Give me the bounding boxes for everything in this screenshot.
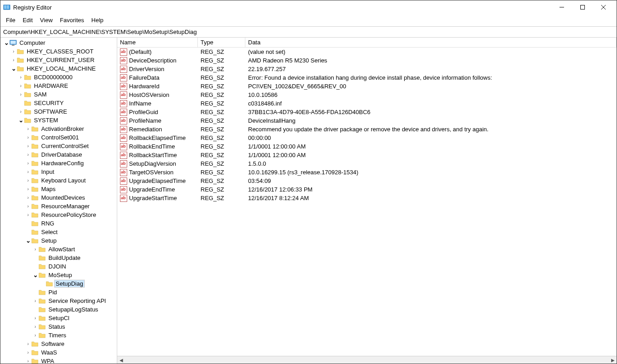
value-row[interactable]: DeviceDescriptionREG_SZAMD Radeon R5 M23… <box>117 56 617 65</box>
tree-item[interactable]: ›Input <box>1 168 117 176</box>
chevron-right-icon[interactable]: › <box>10 57 17 62</box>
chevron-right-icon[interactable]: › <box>32 316 38 321</box>
chevron-right-icon[interactable]: › <box>18 75 24 80</box>
chevron-right-icon[interactable]: › <box>25 195 31 200</box>
menu-help[interactable]: Help <box>88 15 107 25</box>
addressbar[interactable]: Computer\HKEY_LOCAL_MACHINE\SYSTEM\Setup… <box>0 27 617 38</box>
value-row[interactable]: HardwareIdREG_SZPCI\VEN_1002&DEV_6665&RE… <box>117 82 617 91</box>
chevron-right-icon[interactable]: › <box>10 49 17 54</box>
chevron-right-icon[interactable]: › <box>25 350 31 355</box>
value-row[interactable]: ProfileGuidREG_SZ37BB1C3A-4D79-40E8-A556… <box>117 108 617 116</box>
tree-item[interactable]: ›Service Reporting API <box>1 297 117 305</box>
tree-item[interactable]: ›CurrentControlSet <box>1 142 117 150</box>
chevron-right-icon[interactable]: › <box>18 109 24 114</box>
value-row[interactable]: InfNameREG_SZc0318486.inf <box>117 99 617 108</box>
chevron-right-icon[interactable]: › <box>25 178 31 183</box>
values-list[interactable]: (Default)REG_SZ(value not set)DeviceDesc… <box>117 48 617 356</box>
chevron-right-icon[interactable]: › <box>25 161 31 166</box>
horizontal-scrollbar[interactable]: ◀ ▶ <box>117 356 617 364</box>
tree-item[interactable]: RNG <box>1 219 117 228</box>
tree-item[interactable]: ›WPA <box>1 357 117 364</box>
tree-item[interactable]: ›ResourcePolicyStore <box>1 211 117 219</box>
value-row[interactable]: RemediationREG_SZRecommend you update th… <box>117 125 617 134</box>
chevron-right-icon[interactable]: › <box>18 83 24 88</box>
column-header-type[interactable]: Type <box>198 38 245 47</box>
chevron-right-icon[interactable]: › <box>32 333 38 338</box>
value-row[interactable]: ProfileNameREG_SZDeviceInstallHang <box>117 116 617 125</box>
tree-item[interactable]: ›SAM <box>1 90 117 99</box>
menu-file[interactable]: File <box>2 15 19 25</box>
chevron-down-icon[interactable]: ⌄ <box>3 39 10 46</box>
chevron-right-icon[interactable]: › <box>25 359 31 364</box>
tree-item[interactable]: ›DriverDatabase <box>1 150 117 159</box>
chevron-right-icon[interactable]: › <box>32 247 38 252</box>
tree-item[interactable]: ›WaaS <box>1 348 117 357</box>
value-row[interactable]: DriverVersionREG_SZ22.19.677.257 <box>117 65 617 73</box>
chevron-right-icon[interactable]: › <box>25 135 31 140</box>
value-row[interactable]: HostOSVersionREG_SZ10.0.10586 <box>117 91 617 99</box>
tree-item[interactable]: BuildUpdate <box>1 254 117 262</box>
tree-item[interactable]: ⌄SYSTEM <box>1 116 117 125</box>
chevron-right-icon[interactable]: › <box>25 169 31 174</box>
scroll-track[interactable] <box>125 356 609 364</box>
chevron-right-icon[interactable]: › <box>25 204 31 209</box>
column-header-name[interactable]: Name <box>117 38 198 47</box>
tree-item[interactable]: ›Keyboard Layout <box>1 176 117 185</box>
chevron-right-icon[interactable]: › <box>25 341 31 346</box>
tree-item[interactable]: ›ResourceManager <box>1 202 117 211</box>
value-row[interactable]: UpgradeStartTimeREG_SZ12/16/2017 8:12:24… <box>117 194 617 202</box>
tree-item[interactable]: Select <box>1 228 117 236</box>
tree-item[interactable]: ›ActivationBroker <box>1 125 117 133</box>
column-header-data[interactable]: Data <box>245 38 617 47</box>
tree-item[interactable]: ›BCD00000000 <box>1 73 117 81</box>
tree-item[interactable]: ›Timers <box>1 331 117 340</box>
value-row[interactable]: UpgradeElapsedTimeREG_SZ03:54:09 <box>117 177 617 185</box>
scroll-left-button[interactable]: ◀ <box>117 356 125 364</box>
tree-item[interactable]: Pid <box>1 288 117 297</box>
tree-item[interactable]: ›ControlSet001 <box>1 133 117 142</box>
close-button[interactable] <box>593 0 614 14</box>
minimize-button[interactable] <box>551 0 572 14</box>
chevron-right-icon[interactable]: › <box>25 187 31 192</box>
chevron-down-icon[interactable]: ⌄ <box>10 65 17 72</box>
tree-item[interactable]: ⌄HKEY_LOCAL_MACHINE <box>1 64 117 73</box>
tree-pane[interactable]: ⌄Computer›HKEY_CLASSES_ROOT›HKEY_CURRENT… <box>0 38 117 364</box>
value-row[interactable]: RollbackEndTimeREG_SZ1/1/0001 12:00:00 A… <box>117 142 617 151</box>
chevron-right-icon[interactable]: › <box>32 298 38 303</box>
chevron-right-icon[interactable]: › <box>32 324 38 329</box>
chevron-right-icon[interactable]: › <box>25 152 31 157</box>
tree-item[interactable]: SECURITY <box>1 99 117 107</box>
tree-item[interactable]: ›AllowStart <box>1 245 117 254</box>
chevron-down-icon[interactable]: ⌄ <box>25 237 31 244</box>
tree-item[interactable]: ›MountedDevices <box>1 193 117 202</box>
value-row[interactable]: SetupDiagVersionREG_SZ1.5.0.0 <box>117 159 617 168</box>
chevron-down-icon[interactable]: ⌄ <box>32 272 38 278</box>
scroll-right-button[interactable]: ▶ <box>609 356 617 364</box>
chevron-right-icon[interactable]: › <box>25 144 31 148</box>
tree-item[interactable]: ⌄Computer <box>1 38 117 47</box>
value-row[interactable]: UpgradeEndTimeREG_SZ12/16/2017 12:06:33 … <box>117 185 617 194</box>
tree-item[interactable]: ›Status <box>1 322 117 331</box>
tree-item[interactable]: ›SOFTWARE <box>1 107 117 116</box>
value-row[interactable]: TargetOSVersionREG_SZ10.0.16299.15 (rs3_… <box>117 168 617 177</box>
tree-item[interactable]: ›SetupCl <box>1 314 117 322</box>
tree-item[interactable]: ›Maps <box>1 185 117 193</box>
value-row[interactable]: FailureDataREG_SZError: Found a device i… <box>117 73 617 82</box>
tree-item[interactable]: ›HKEY_CURRENT_USER <box>1 56 117 64</box>
tree-item[interactable]: ›Software <box>1 340 117 348</box>
chevron-right-icon[interactable]: › <box>25 212 31 217</box>
tree-item[interactable]: ›HardwareConfig <box>1 159 117 168</box>
chevron-down-icon[interactable]: ⌄ <box>18 117 24 124</box>
menu-view[interactable]: View <box>36 15 56 25</box>
value-row[interactable]: RollbackElapsedTimeREG_SZ00:00:00 <box>117 134 617 142</box>
tree-item[interactable]: ›HARDWARE <box>1 81 117 90</box>
value-row[interactable]: (Default)REG_SZ(value not set) <box>117 48 617 56</box>
tree-item[interactable]: DJOIN <box>1 262 117 271</box>
tree-item[interactable]: SetupapiLogStatus <box>1 305 117 314</box>
tree-item[interactable]: ›HKEY_CLASSES_ROOT <box>1 47 117 56</box>
chevron-right-icon[interactable]: › <box>18 92 24 97</box>
chevron-right-icon[interactable]: › <box>25 126 31 131</box>
maximize-button[interactable] <box>572 0 593 14</box>
menu-edit[interactable]: Edit <box>19 15 36 25</box>
value-row[interactable]: RollbackStartTimeREG_SZ1/1/0001 12:00:00… <box>117 151 617 159</box>
